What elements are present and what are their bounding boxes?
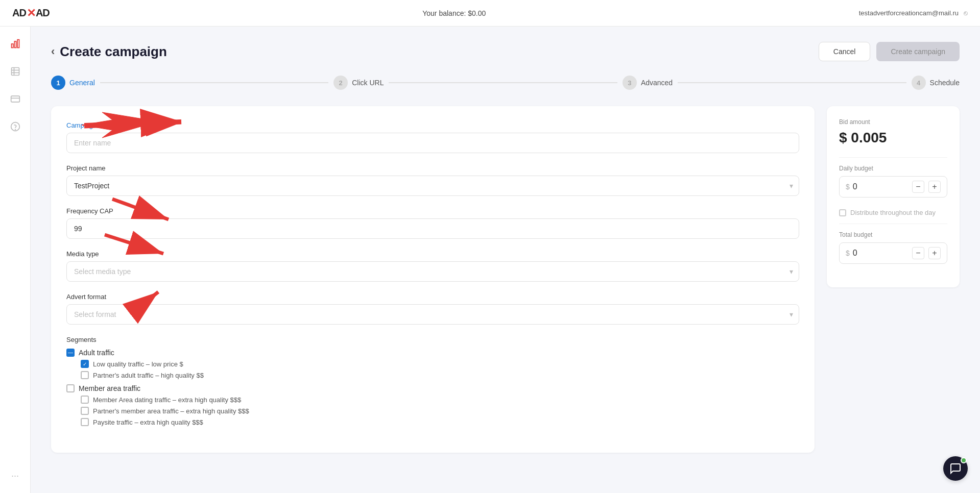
sidebar-item-billing[interactable] xyxy=(7,91,23,107)
create-campaign-button[interactable]: Create campaign xyxy=(876,42,960,61)
page-title: Create campaign xyxy=(60,44,167,60)
project-name-select-wrap: TestProject ▾ xyxy=(66,176,799,196)
advert-format-label: Advert format xyxy=(66,293,799,301)
chat-fab[interactable] xyxy=(943,456,968,481)
segment-partner-member-label: Partner's member area traffic – extra hi… xyxy=(93,407,249,415)
segment-partners-adult-label: Partner's adult traffic – high quality $… xyxy=(93,372,204,379)
segment-adult-traffic: Adult traffic Low quality traffic – low … xyxy=(66,349,799,379)
segment-member-parent[interactable]: Member area traffic xyxy=(66,384,799,392)
steps-bar: 1 General 2 Click URL 3 Advanced 4 Sched… xyxy=(51,76,960,90)
daily-budget-decrement[interactable]: − xyxy=(912,181,924,193)
segments-label: Segments xyxy=(66,336,799,343)
campaign-name-input[interactable] xyxy=(66,133,799,153)
cancel-button[interactable]: Cancel xyxy=(819,42,871,61)
two-col-layout: Campaign name Project name TestProject ▾ xyxy=(51,106,960,453)
right-panel: Bid amount $ 0.005 Daily budget $ − + xyxy=(827,106,960,287)
media-type-label: Media type xyxy=(66,250,799,258)
daily-budget-label: Daily budget xyxy=(839,165,947,172)
bid-amount-section: Bid amount $ 0.005 xyxy=(839,118,947,146)
step-line-1 xyxy=(100,82,328,83)
step-1[interactable]: 1 General xyxy=(51,76,95,90)
divider-2 xyxy=(839,224,947,224)
project-name-field: Project name TestProject ▾ xyxy=(66,164,799,196)
bid-amount-value: $ 0.005 xyxy=(839,130,947,146)
segment-partners-adult-checkbox[interactable] xyxy=(81,371,89,379)
segment-paysite[interactable]: Paysite traffic – extra high quality $$$ xyxy=(81,418,799,426)
segments-field: Segments Adult traffic Low quality traff… xyxy=(66,336,799,426)
main-content: ‹ Create campaign Cancel Create campaign… xyxy=(31,27,980,493)
total-budget-dollar: $ xyxy=(846,249,850,257)
svg-rect-1 xyxy=(14,41,16,48)
segment-adult-checkbox[interactable] xyxy=(66,349,75,357)
logo-x-icon: ✕ xyxy=(27,7,35,20)
segment-member-checkbox[interactable] xyxy=(66,384,75,392)
sidebar-item-help[interactable] xyxy=(7,118,23,135)
svg-rect-7 xyxy=(11,96,19,102)
logo: AD ✕ AD xyxy=(12,7,50,20)
svg-rect-2 xyxy=(17,40,19,48)
segment-paysite-checkbox[interactable] xyxy=(81,418,89,426)
distribute-checkbox[interactable] xyxy=(839,209,846,216)
topbar: AD ✕ AD Your balance: $0.00 testadvertfo… xyxy=(0,0,980,27)
segment-member-label: Member area traffic xyxy=(79,384,140,392)
distribute-label: Distribute throughout the day xyxy=(850,209,936,216)
campaign-name-field: Campaign name xyxy=(66,121,799,153)
distribute-row: Distribute throughout the day xyxy=(839,209,947,216)
sidebar-item-table[interactable] xyxy=(7,63,23,80)
media-type-field: Media type Select media type ▾ xyxy=(66,250,799,282)
divider-1 xyxy=(839,157,947,158)
form-column: Campaign name Project name TestProject ▾ xyxy=(51,106,815,453)
segment-member-area: Member area traffic Member Area dating t… xyxy=(66,384,799,426)
segment-adult-label: Adult traffic xyxy=(79,349,114,357)
daily-budget-stepper: − + xyxy=(912,181,941,193)
svg-rect-0 xyxy=(11,44,13,48)
step-1-circle: 1 xyxy=(51,76,65,90)
sidebar-item-chart[interactable] xyxy=(7,36,23,52)
sidebar-more[interactable]: ··· xyxy=(7,467,23,484)
total-budget-input[interactable] xyxy=(853,249,883,258)
step-2-label: Click URL xyxy=(352,79,384,87)
logo-ad-left: AD xyxy=(12,7,26,19)
step-3[interactable]: 3 Advanced xyxy=(623,76,673,90)
advert-format-select[interactable]: Select format xyxy=(66,304,799,325)
segment-partners-adult[interactable]: Partner's adult traffic – high quality $… xyxy=(81,371,799,379)
header-buttons: Cancel Create campaign xyxy=(819,42,960,61)
back-button[interactable]: ‹ xyxy=(51,45,55,58)
daily-budget-dollar: $ xyxy=(846,183,850,191)
step-1-label: General xyxy=(69,79,95,87)
right-panel-column: Bid amount $ 0.005 Daily budget $ − + xyxy=(827,106,960,453)
frequency-cap-label: Frequency CAP xyxy=(66,207,799,215)
svg-rect-3 xyxy=(11,68,19,76)
media-type-select[interactable]: Select media type xyxy=(66,261,799,282)
segment-member-dating-label: Member Area dating traffic – extra high … xyxy=(93,396,241,404)
page-header: ‹ Create campaign Cancel Create campaign xyxy=(51,42,960,61)
segment-member-dating[interactable]: Member Area dating traffic – extra high … xyxy=(81,396,799,404)
daily-budget-input[interactable] xyxy=(853,182,883,191)
project-name-select[interactable]: TestProject xyxy=(66,176,799,196)
segment-partner-member-checkbox[interactable] xyxy=(81,407,89,415)
user-info: testadvertforcreationcam@mail.ru ⎋ xyxy=(859,9,968,17)
total-budget-decrement[interactable]: − xyxy=(912,247,924,259)
segment-low-quality-label: Low quality traffic – low price $ xyxy=(93,360,183,368)
segment-low-quality[interactable]: Low quality traffic – low price $ xyxy=(81,360,799,368)
user-email: testadvertforcreationcam@mail.ru xyxy=(859,9,959,17)
frequency-cap-input[interactable] xyxy=(66,218,799,239)
segment-partner-member[interactable]: Partner's member area traffic – extra hi… xyxy=(81,407,799,415)
segment-member-children: Member Area dating traffic – extra high … xyxy=(81,396,799,426)
chat-online-dot xyxy=(961,457,967,463)
logout-icon[interactable]: ⎋ xyxy=(964,9,968,17)
segment-low-quality-checkbox[interactable] xyxy=(81,360,89,368)
step-2[interactable]: 2 Click URL xyxy=(333,76,384,90)
sidebar: ··· xyxy=(0,27,31,493)
segment-adult-parent[interactable]: Adult traffic xyxy=(66,349,799,357)
advert-format-field: Advert format Select format ▾ xyxy=(66,293,799,325)
daily-budget-increment[interactable]: + xyxy=(928,181,941,193)
step-3-circle: 3 xyxy=(623,76,637,90)
total-budget-increment[interactable]: + xyxy=(928,247,941,259)
segment-member-dating-checkbox[interactable] xyxy=(81,396,89,404)
step-2-circle: 2 xyxy=(333,76,348,90)
step-line-3 xyxy=(678,82,906,83)
logo-ad-right: AD xyxy=(36,7,50,19)
step-4[interactable]: 4 Schedule xyxy=(912,76,960,90)
segment-paysite-label: Paysite traffic – extra high quality $$$ xyxy=(93,418,203,426)
